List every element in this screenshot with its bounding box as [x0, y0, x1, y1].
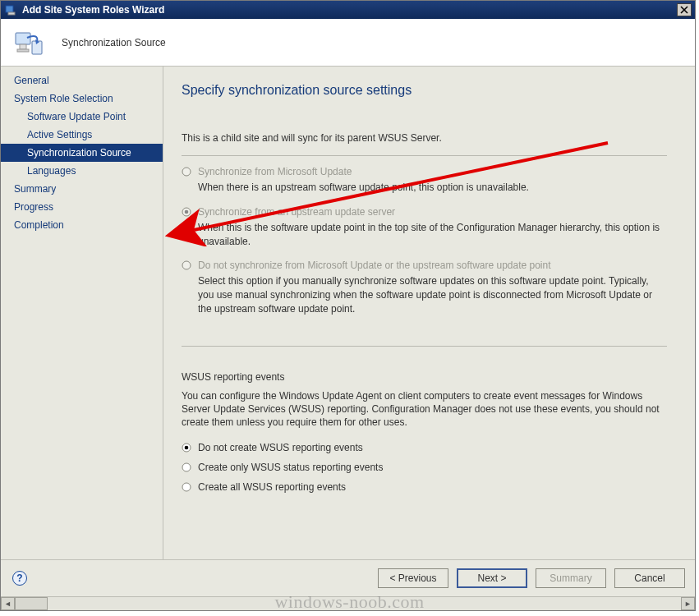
option-label: Synchronize from Microsoft Update	[198, 166, 352, 177]
wizard-body: GeneralSystem Role SelectionSoftware Upd…	[1, 67, 695, 559]
horizontal-scrollbar[interactable]: ◄ ►	[1, 596, 695, 610]
option-desc: Select this option if you manually synch…	[198, 274, 667, 315]
main-panel: Specify synchronization source settings …	[163, 67, 695, 559]
window-title: Add Site System Roles Wizard	[22, 4, 164, 16]
sync-source-options: Synchronize from Microsoft UpdateWhen th…	[182, 166, 667, 316]
wizard-window: Add Site System Roles Wizard Synchroniza…	[0, 0, 696, 611]
svg-rect-4	[16, 33, 30, 44]
reporting-desc: You can configure the Windows Update Age…	[182, 389, 667, 430]
nav-item[interactable]: Completion	[1, 216, 163, 234]
reporting-heading: WSUS reporting events	[182, 371, 667, 383]
svg-point-16	[182, 483, 191, 491]
nav-item[interactable]: Summary	[1, 180, 163, 198]
option-desc: When this is the software update point i…	[198, 221, 667, 249]
next-button[interactable]: Next >	[457, 568, 527, 588]
sync-option: Synchronize from an upstream update serv…	[182, 206, 667, 249]
nav-item[interactable]: Software Update Point	[1, 108, 163, 126]
nav-item[interactable]: General	[1, 71, 163, 90]
separator	[182, 346, 667, 347]
reporting-option[interactable]: Create only WSUS status reporting events	[182, 462, 667, 473]
close-button[interactable]	[677, 3, 692, 16]
scroll-track[interactable]	[48, 597, 681, 610]
summary-button: Summary	[536, 568, 606, 588]
sync-option: Do not synchronize from Microsoft Update…	[182, 260, 667, 315]
previous-button[interactable]: < Previous	[378, 568, 448, 588]
page-heading: Specify synchronization source settings	[182, 83, 667, 98]
nav-item[interactable]: Progress	[1, 198, 163, 216]
scroll-left-arrow[interactable]: ◄	[1, 597, 15, 610]
svg-point-11	[185, 209, 189, 214]
svg-point-9	[182, 168, 191, 176]
radio-button	[182, 260, 191, 270]
svg-point-12	[182, 261, 191, 269]
cancel-button[interactable]: Cancel	[614, 568, 685, 588]
radio-button[interactable]	[182, 443, 191, 453]
help-button[interactable]: ?	[12, 571, 27, 586]
svg-point-14	[185, 446, 189, 450]
option-desc: When there is an upstream software updat…	[198, 181, 667, 195]
reporting-option[interactable]: Do not create WSUS reporting events	[182, 442, 667, 453]
reporting-option-label: Create only WSUS status reporting events	[198, 462, 383, 473]
wizard-footer: ? < Previous Next > Summary Cancel	[1, 559, 695, 596]
nav-sidebar: GeneralSystem Role SelectionSoftware Upd…	[1, 67, 163, 559]
reporting-option[interactable]: Create all WSUS reporting events	[182, 481, 667, 493]
reporting-option-label: Do not create WSUS reporting events	[198, 442, 363, 453]
nav-item[interactable]: Languages	[1, 162, 163, 180]
radio-button[interactable]	[182, 482, 191, 492]
nav-item[interactable]: Synchronization Source	[1, 144, 163, 162]
radio-button[interactable]	[182, 462, 191, 472]
option-label: Synchronize from an upstream update serv…	[198, 206, 395, 218]
nav-item[interactable]: Active Settings	[1, 126, 163, 144]
svg-point-15	[182, 463, 191, 471]
wizard-header: Synchronization Source	[1, 19, 695, 67]
scroll-thumb[interactable]	[15, 597, 48, 610]
radio-button	[182, 167, 191, 177]
sync-option: Synchronize from Microsoft UpdateWhen th…	[182, 166, 667, 195]
radio-button	[182, 207, 191, 217]
option-label: Do not synchronize from Microsoft Update…	[198, 260, 551, 271]
svg-rect-1	[8, 12, 15, 15]
reporting-option-label: Create all WSUS reporting events	[198, 481, 346, 493]
nav-item[interactable]: System Role Selection	[1, 90, 163, 108]
svg-rect-5	[20, 44, 26, 49]
titlebar: Add Site System Roles Wizard	[1, 1, 695, 19]
wizard-subtitle: Synchronization Source	[62, 37, 166, 48]
svg-rect-6	[17, 49, 29, 52]
reporting-radio-group: Do not create WSUS reporting eventsCreat…	[182, 442, 667, 493]
scroll-right-arrow[interactable]: ►	[681, 597, 695, 610]
svg-rect-0	[6, 6, 13, 12]
separator	[182, 155, 667, 156]
intro-text: This is a child site and will sync for i…	[182, 132, 667, 144]
app-icon	[4, 3, 17, 16]
sync-source-icon	[12, 26, 45, 59]
